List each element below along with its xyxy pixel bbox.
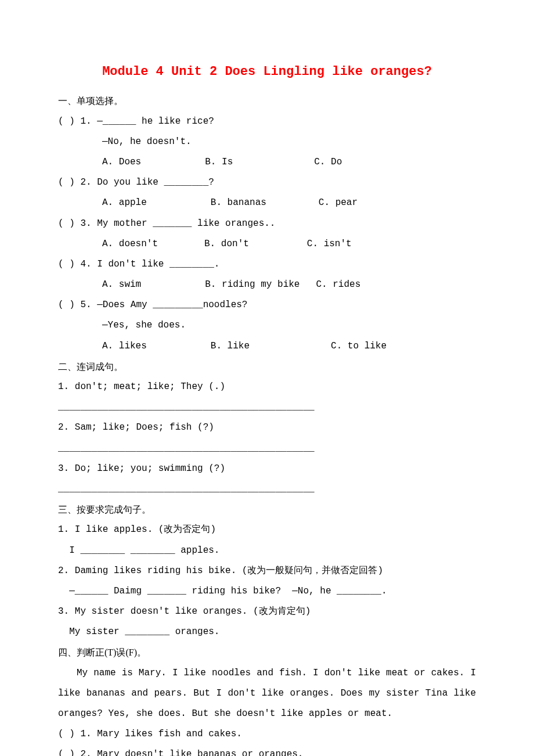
s1-q1-stem: ( ) 1. —______ he like rice?	[58, 111, 476, 132]
s2-q2: 2. Sam; like; Does; fish (?)	[58, 417, 476, 438]
s1-q3-stem: ( ) 3. My mother _______ like oranges..	[58, 214, 476, 234]
s1-q1-opt-c[interactable]: C. Do	[314, 152, 342, 172]
s4-passage: My name is Mary. I like noodles and fish…	[58, 663, 476, 725]
s1-q5-opt-c[interactable]: C. to like	[331, 336, 387, 357]
s1-q2-opt-c[interactable]: C. pear	[319, 193, 358, 213]
s2-q3: 3. Do; like; you; swimming (?)	[58, 459, 476, 479]
s3-q2a: 2. Daming likes riding his bike. (改为一般疑问…	[58, 561, 476, 581]
s3-q1b[interactable]: I ________ ________ apples.	[58, 541, 476, 561]
section-4-heading: 四、判断正(T)误(F)。	[58, 642, 476, 663]
s2-q1-blank[interactable]: ________________________________________…	[58, 397, 476, 417]
s1-q1-opt-a[interactable]: A. Does	[102, 152, 141, 172]
page-title: Module 4 Unit 2 Does Lingling like orang…	[58, 58, 476, 86]
s2-q1: 1. don't; meat; like; They (.)	[58, 377, 476, 397]
s3-q1a: 1. I like apples. (改为否定句)	[58, 520, 476, 540]
s1-q5-options: A. likesB. likeC. to like	[58, 336, 476, 357]
s3-q2b[interactable]: —______ Daimg _______ riding his bike? —…	[58, 581, 476, 602]
s1-q5-stem: ( ) 5. —Does Amy _________noodles?	[58, 295, 476, 315]
s1-q3-options: A. doesn'tB. don'tC. isn't	[58, 234, 476, 254]
s1-q4-opt-c[interactable]: C. rides	[316, 275, 360, 295]
s1-q5-opt-b[interactable]: B. like	[211, 336, 250, 357]
s1-q3-opt-c[interactable]: C. isn't	[307, 234, 352, 254]
s1-q2-options: A. appleB. bananasC. pear	[58, 193, 476, 213]
s1-q4-stem: ( ) 4. I don't like ________.	[58, 254, 476, 275]
s1-q1-opt-b[interactable]: B. Is	[205, 152, 233, 172]
s1-q4-options: A. swimB. riding my bikeC. rides	[58, 275, 476, 295]
s1-q2-stem: ( ) 2. Do you like ________?	[58, 172, 476, 193]
s1-q2-opt-a[interactable]: A. apple	[102, 193, 147, 213]
s3-q3a: 3. My sister doesn't like oranges. (改为肯定…	[58, 602, 476, 622]
s3-q3b[interactable]: My sister ________ oranges.	[58, 622, 476, 642]
section-1-heading: 一、单项选择。	[58, 91, 476, 111]
s2-q2-blank[interactable]: ________________________________________…	[58, 438, 476, 459]
s1-q4-opt-b[interactable]: B. riding my bike	[205, 275, 300, 295]
s4-q2[interactable]: ( ) 2. Mary doesn't like bananas or oran…	[58, 744, 476, 756]
s2-q3-blank[interactable]: ________________________________________…	[58, 479, 476, 499]
section-2-heading: 二、连词成句。	[58, 357, 476, 377]
s1-q3-opt-b[interactable]: B. don't	[204, 234, 249, 254]
s1-q4-opt-a[interactable]: A. swim	[102, 275, 141, 295]
worksheet-page: Module 4 Unit 2 Does Lingling like orang…	[0, 0, 534, 756]
section-3-heading: 三、按要求完成句子。	[58, 499, 476, 520]
s1-q1-line2: —No, he doesn't.	[58, 132, 476, 152]
s1-q1-options: A. DoesB. IsC. Do	[58, 152, 476, 172]
s4-q1[interactable]: ( ) 1. Mary likes fish and cakes.	[58, 724, 476, 744]
s1-q5-line2: —Yes, she does.	[58, 315, 476, 336]
s1-q2-opt-b[interactable]: B. bananas	[211, 193, 266, 213]
s1-q5-opt-a[interactable]: A. likes	[102, 336, 147, 357]
s1-q3-opt-a[interactable]: A. doesn't	[102, 234, 158, 254]
